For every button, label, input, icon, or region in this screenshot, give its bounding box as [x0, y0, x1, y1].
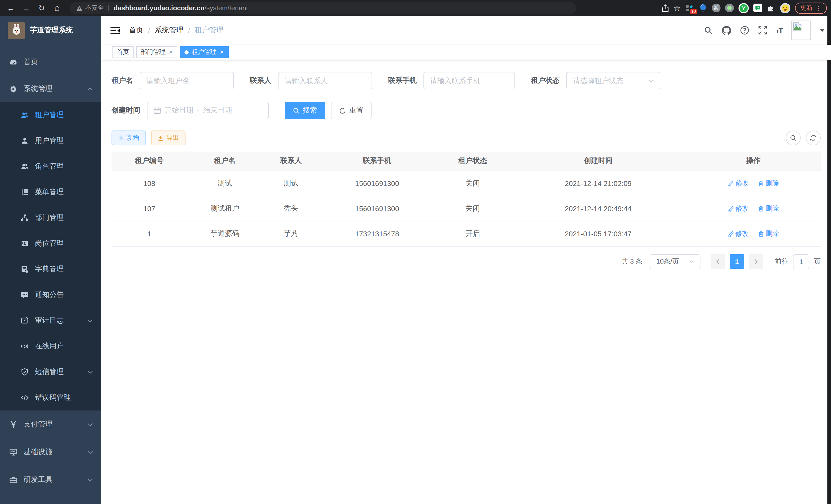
dashboard-icon [9, 58, 18, 66]
refresh-table-button[interactable] [806, 130, 821, 145]
sidebar-item-audit-log[interactable]: 审计日志 [0, 308, 101, 333]
url-path: /system/tenant [204, 4, 248, 12]
sidebar-item-notice[interactable]: 通知公告 [0, 282, 101, 308]
prev-page-button[interactable] [711, 254, 725, 269]
page-number-button[interactable]: 1 [730, 254, 744, 269]
delete-button[interactable]: 删除 [758, 179, 779, 188]
extension-record-icon[interactable] [725, 4, 734, 12]
bookmark-star-icon[interactable]: ☆ [674, 3, 681, 12]
sidebar-item-dept[interactable]: 部门管理 [0, 205, 101, 231]
sidebar-item-errcode[interactable]: 错误码管理 [0, 385, 101, 411]
col-status: 租户状态 [435, 152, 511, 171]
logo-rabbit-image [8, 22, 25, 39]
yen-icon [9, 420, 18, 428]
sidebar-item-tenant[interactable]: 租户管理 [0, 102, 101, 128]
delete-button[interactable]: 删除 [758, 204, 779, 213]
monitor-icon [9, 448, 18, 456]
security-warning[interactable]: 不安全 [76, 4, 104, 12]
font-size-icon[interactable]: TT [776, 26, 783, 35]
app-logo[interactable]: 芋道管理系统 [0, 16, 101, 45]
sidebar-item-post[interactable]: 岗位管理 [0, 231, 101, 256]
home-icon[interactable]: ⌂ [49, 3, 65, 13]
status-badge: 关闭 [435, 171, 511, 196]
sidebar-item-menu[interactable]: 菜单管理 [0, 179, 101, 205]
help-icon[interactable] [740, 26, 749, 35]
forward-icon[interactable]: → [19, 4, 34, 12]
reset-button[interactable]: 重置 [331, 102, 372, 119]
header-search-icon[interactable] [704, 26, 713, 35]
chrome-update-button[interactable]: 更新 ⋮ [795, 2, 827, 13]
breadcrumb-system[interactable]: 系统管理 [155, 26, 183, 35]
edit-button[interactable]: 修改 [728, 179, 749, 188]
profile-avatar-icon[interactable] [780, 3, 791, 13]
sidebar-item-home[interactable]: 首页 [0, 49, 101, 76]
extension-chat-icon[interactable] [753, 4, 762, 12]
sidebar-item-pay[interactable]: 支付管理 [0, 411, 101, 438]
kebab-menu-icon[interactable]: ⋮ [815, 4, 822, 11]
extension-tabs-icon[interactable]: 10 [685, 4, 694, 12]
add-button[interactable]: 新增 [112, 130, 146, 145]
sidebar-item-system[interactable]: 系统管理 [0, 76, 101, 102]
sidebar-item-infra[interactable]: 基础设施 [0, 438, 101, 466]
breadcrumb-home[interactable]: 首页 [129, 26, 143, 35]
user-avatar[interactable] [792, 21, 811, 40]
mobile-input[interactable] [424, 72, 515, 89]
sidebar-item-role[interactable]: 角色管理 [0, 154, 101, 179]
chevron-down-icon [87, 478, 93, 482]
date-range-picker[interactable]: 开始日期 - 结束日期 [147, 102, 269, 119]
extension-balloon-icon[interactable] [698, 4, 707, 12]
tags-view-bar: 首页 部门管理✕ 租户管理✕ [101, 45, 831, 60]
back-icon[interactable]: ← [3, 4, 19, 12]
sidebar-item-user[interactable]: 用户管理 [0, 128, 101, 154]
trash-icon [758, 230, 764, 237]
sidebar-item-sms[interactable]: 短信管理 [0, 359, 101, 385]
col-created: 创建时间 [511, 152, 686, 171]
pagination: 共 3 条 1 前往 页 [112, 254, 821, 269]
gear-icon [9, 85, 18, 93]
user-icon [21, 137, 29, 145]
col-mobile: 联系手机 [319, 152, 435, 171]
delete-button[interactable]: 删除 [758, 229, 779, 238]
close-icon[interactable]: ✕ [220, 49, 224, 55]
fullscreen-icon[interactable] [758, 26, 767, 35]
sidebar-item-devtools[interactable]: 研发工具 [0, 466, 101, 494]
extension-y-icon[interactable]: Y [739, 3, 749, 13]
page-scrollbar[interactable] [827, 16, 831, 504]
edit-button[interactable]: 修改 [728, 204, 749, 213]
avatar-caret-icon[interactable] [820, 29, 825, 32]
next-page-button[interactable] [749, 254, 763, 269]
status-badge: 关闭 [435, 196, 511, 221]
address-bar[interactable]: 不安全 dashboard.yudao.iocoder.cn/system/te… [70, 2, 576, 14]
share-icon[interactable] [661, 4, 669, 12]
tab-dept[interactable]: 部门管理✕ [136, 46, 177, 58]
export-button[interactable]: 导出 [151, 130, 185, 145]
chevron-down-icon [87, 319, 93, 322]
reload-icon[interactable]: ↻ [34, 3, 49, 12]
toggle-search-button[interactable] [786, 130, 801, 145]
contact-label: 联系人 [250, 76, 271, 85]
search-button[interactable]: 搜索 [285, 102, 325, 119]
browser-window: ← → ↻ ⌂ 不安全 dashboard.yudao.iocoder.cn/s… [0, 0, 831, 504]
search-icon [293, 107, 299, 114]
table-row: 1 芋道源码 芋艿 17321315478 开启 2021-01-05 17:0… [112, 221, 821, 246]
sidebar-item-online-users[interactable]: 在线用户 [0, 333, 101, 359]
github-icon[interactable] [721, 25, 731, 35]
status-select[interactable] [566, 72, 660, 89]
extension-command-icon[interactable]: ⌘ [712, 4, 720, 12]
tenant-name-input[interactable] [140, 72, 234, 89]
sidebar-item-dict[interactable]: 字典管理 [0, 256, 101, 282]
tab-tenant[interactable]: 租户管理✕ [180, 46, 229, 58]
goto-page-input[interactable] [793, 254, 809, 269]
users-icon [21, 111, 29, 119]
tab-home[interactable]: 首页 [112, 46, 134, 58]
edit-button[interactable]: 修改 [728, 229, 749, 238]
extensions-puzzle-icon[interactable] [767, 4, 775, 12]
col-tenant-name: 租户名 [187, 152, 263, 171]
contact-input[interactable] [278, 72, 372, 89]
org-tree-icon [21, 214, 29, 222]
page-size-select[interactable] [650, 254, 700, 269]
sidebar-menu: 首页 系统管理 租户管理 用户管理 角色管理 [0, 45, 101, 494]
close-icon[interactable]: ✕ [169, 49, 173, 55]
collapse-sidebar-icon[interactable] [111, 26, 120, 34]
url-host: dashboard.yudao.iocoder.cn [114, 4, 204, 12]
